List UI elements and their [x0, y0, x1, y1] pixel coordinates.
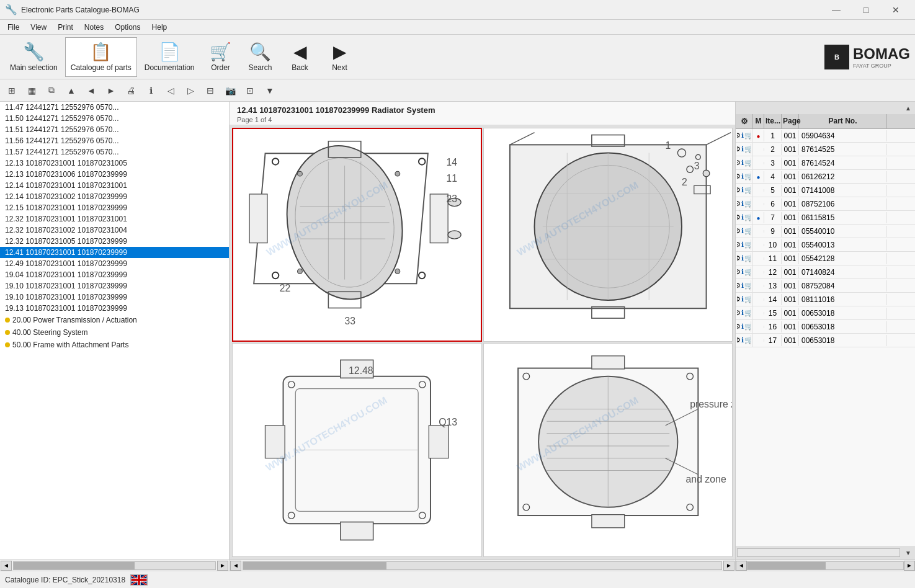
tb2-grid[interactable]: ⊞	[2, 82, 21, 99]
right-scroll-up[interactable]: ▲	[903, 103, 914, 113]
list-item[interactable]: 12.15 101870231001 101870239999	[0, 202, 229, 213]
table-row[interactable]: ⚙ ℹ 🛒 14 001 08111016	[736, 293, 915, 306]
tb2-zoom[interactable]: ⊡	[241, 82, 259, 99]
list-item[interactable]: 19.04 101870231001 101870239999	[0, 269, 229, 280]
list-item-selected[interactable]: 12.41 101870231001 101870239999	[0, 247, 229, 258]
info-icon[interactable]: ℹ	[741, 186, 744, 194]
table-row[interactable]: ⚙ ℹ 🛒 5 001 07141008	[736, 184, 915, 197]
rscroll-right[interactable]: ►	[904, 561, 915, 571]
info-icon[interactable]: ℹ	[741, 145, 744, 153]
gear-icon[interactable]: ⚙	[737, 241, 741, 249]
cart-icon[interactable]: 🛒	[744, 336, 751, 344]
table-row[interactable]: ⚙ ℹ 🛒 2 001 87614525	[736, 143, 915, 156]
cart-icon[interactable]: 🛒	[744, 131, 751, 140]
table-row[interactable]: ⚙ ℹ 🛒 17 001 00653018	[736, 334, 915, 347]
scroll-center-right[interactable]: ►	[723, 561, 734, 571]
list-item[interactable]: 19.10 101870231001 101870239999	[0, 292, 229, 303]
toolbar-back[interactable]: ◀ Back	[282, 37, 319, 77]
table-row[interactable]: ⚙ ℹ 🛒 6 001 08752106	[736, 197, 915, 211]
minimize-button[interactable]: —	[822, 0, 850, 20]
gear-icon[interactable]: ⚙	[737, 309, 741, 317]
info-icon[interactable]: ℹ	[741, 268, 744, 276]
toolbar-main-selection[interactable]: 🔧 Main selection	[5, 37, 63, 77]
table-row[interactable]: ⚙ ℹ 🛒 ● 7 001 06115815	[736, 211, 915, 225]
info-icon[interactable]: ℹ	[741, 336, 744, 344]
gear-icon[interactable]: ⚙	[737, 323, 741, 331]
gear-icon[interactable]: ⚙	[737, 282, 741, 290]
group-steering[interactable]: 40.00 Steering System	[0, 326, 229, 339]
table-row[interactable]: ⚙ ℹ 🛒 11 001 05542128	[736, 252, 915, 265]
table-row[interactable]: ⚙ ℹ 🛒 9 001 05540010	[736, 225, 915, 238]
gear-icon[interactable]: ⚙	[737, 295, 741, 303]
cart-icon[interactable]: 🛒	[744, 145, 751, 153]
menu-options[interactable]: Options	[110, 22, 145, 33]
group-power-transmission[interactable]: 20.00 Power Transmission / Actuation	[0, 314, 229, 326]
list-item[interactable]: 12.13 101870231006 101870239999	[0, 169, 229, 180]
cart-icon[interactable]: 🛒	[744, 309, 751, 317]
list-item[interactable]: 12.32 101870231001 101870231001	[0, 213, 229, 225]
list-item[interactable]: 11.50 12441271 12552976 0570...	[0, 113, 229, 124]
table-row[interactable]: ⚙ ℹ 🛒 12 001 07140824	[736, 265, 915, 279]
tb2-camera[interactable]: 📷	[221, 82, 239, 99]
info-icon[interactable]: ℹ	[741, 323, 744, 331]
diagram-top-left[interactable]: 14 11 23 22 33 WWW.AUTOTECH4YOU.COM	[232, 128, 482, 342]
info-icon[interactable]: ℹ	[741, 200, 744, 208]
list-item[interactable]: 11.51 12441271 12552976 0570...	[0, 124, 229, 135]
info-icon[interactable]: ℹ	[741, 159, 744, 167]
gear-icon[interactable]: ⚙	[737, 213, 741, 221]
tb2-down[interactable]: ▼	[261, 82, 279, 99]
rscroll-left[interactable]: ◄	[736, 561, 747, 571]
info-icon[interactable]: ℹ	[741, 295, 744, 303]
gear-icon[interactable]: ⚙	[737, 186, 741, 194]
menu-view[interactable]: View	[25, 22, 51, 33]
gear-icon[interactable]: ⚙	[737, 131, 741, 140]
diagram-top-right[interactable]: 1 2 3 WWW.AUTOTECH4YOU.COM	[483, 128, 733, 342]
table-row[interactable]: ⚙ ℹ 🛒 15 001 00653018	[736, 306, 915, 320]
scroll-left[interactable]: ◄	[1, 561, 12, 571]
info-icon[interactable]: ℹ	[741, 241, 744, 249]
tb2-prev[interactable]: ◁	[161, 82, 180, 99]
tb2-next[interactable]: ▷	[181, 82, 200, 99]
cart-icon[interactable]: 🛒	[744, 159, 751, 167]
cart-icon[interactable]: 🛒	[744, 323, 751, 331]
toolbar-search[interactable]: 🔍 Search	[242, 37, 279, 77]
gear-icon[interactable]: ⚙	[737, 172, 741, 180]
close-button[interactable]: ✕	[882, 0, 910, 20]
table-row[interactable]: ⚙ ℹ 🛒 3 001 87614524	[736, 156, 915, 170]
gear-icon[interactable]: ⚙	[737, 200, 741, 208]
info-icon[interactable]: ℹ	[741, 213, 744, 221]
menu-help[interactable]: Help	[147, 22, 172, 33]
tb2-layers[interactable]: ⧉	[42, 82, 61, 99]
cart-icon[interactable]: 🛒	[744, 186, 751, 194]
cart-icon[interactable]: 🛒	[744, 172, 751, 180]
toolbar-catalogue[interactable]: 📋 Catalogue of parts	[65, 37, 137, 77]
info-icon[interactable]: ℹ	[741, 227, 744, 235]
list-item[interactable]: 12.32 101870231002 101870231004	[0, 225, 229, 236]
diagram-bottom-left[interactable]: 12.48 Q13 WWW.AUTOTECH4YOU.COM	[232, 343, 482, 557]
table-row[interactable]: ⚙ ℹ 🛒 10 001 05540013	[736, 238, 915, 252]
list-item[interactable]: 12.32 101870231005 101870239999	[0, 236, 229, 247]
gear-icon[interactable]: ⚙	[737, 268, 741, 276]
list-item[interactable]: 12.49 101870231001 101870239999	[0, 258, 229, 269]
cart-icon[interactable]: 🛒	[744, 227, 751, 235]
cart-icon[interactable]: 🛒	[744, 213, 751, 221]
list-item[interactable]: 19.13 101870231001 101870239999	[0, 303, 229, 314]
scroll-center-left[interactable]: ◄	[230, 561, 241, 571]
maximize-button[interactable]: □	[852, 0, 880, 20]
list-item[interactable]: 11.56 12441271 12552976 0570...	[0, 135, 229, 146]
gear-icon[interactable]: ⚙	[737, 227, 741, 235]
list-item[interactable]: 12.14 101870231001 101870231001	[0, 180, 229, 191]
left-panel-list[interactable]: 11.47 12441271 12552976 0570... 11.50 12…	[0, 102, 229, 559]
right-scroll-down[interactable]: ▼	[903, 548, 914, 558]
list-item[interactable]: 11.47 12441271 12552976 0570...	[0, 102, 229, 113]
cart-icon[interactable]: 🛒	[744, 268, 751, 276]
info-icon[interactable]: ℹ	[741, 282, 744, 290]
info-icon[interactable]: ℹ	[741, 172, 744, 180]
group-frame[interactable]: 50.00 Frame with Attachment Parts	[0, 339, 229, 351]
gear-icon[interactable]: ⚙	[737, 336, 741, 344]
cart-icon[interactable]: 🛒	[744, 282, 751, 290]
diagram-bottom-right[interactable]: pressure zone and zone WWW.AUTOTECH4YOU.…	[483, 343, 733, 557]
gear-icon[interactable]: ⚙	[737, 254, 741, 262]
tb2-left[interactable]: ◄	[82, 82, 100, 99]
list-item[interactable]: 19.10 101870231001 101870239999	[0, 280, 229, 292]
